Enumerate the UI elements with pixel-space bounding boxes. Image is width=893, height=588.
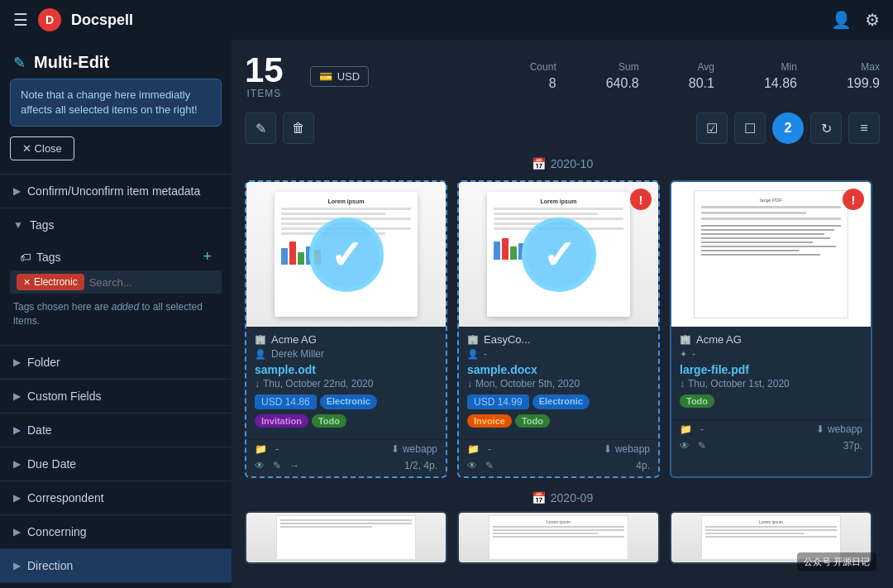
stat-min: Min 14.86 <box>764 61 797 91</box>
tag-electronic[interactable]: Electronic <box>320 394 377 409</box>
max-value: 199.9 <box>847 76 880 91</box>
selected-checkmark-1: ✓ <box>309 218 384 292</box>
mini-card-3[interactable]: Lorem ipsum <box>670 511 872 564</box>
card-pages-3: 37p. <box>843 440 862 452</box>
section-custom-fields-header[interactable]: ▶ Custom Fields <box>0 380 232 413</box>
check-all-button[interactable]: ☑ <box>696 112 728 144</box>
tag-todo-1[interactable]: Todo <box>312 414 346 428</box>
doc-white-line <box>701 212 806 214</box>
app-logo: D <box>38 8 61 31</box>
section-confirm-header[interactable]: ▶ Confirm/Unconfirm item metadata <box>0 174 232 208</box>
currency-badge[interactable]: 💳 USD <box>310 66 369 87</box>
card-thumbnail-2: Lorem ipsum <box>459 182 658 327</box>
add-tag-button[interactable]: + <box>203 248 212 265</box>
close-button[interactable]: ✕ Close <box>10 136 74 160</box>
refresh-button[interactable]: ↻ <box>810 112 842 144</box>
card-company-2: EasyCo... <box>484 333 530 346</box>
section-due-date: ▶ Due Date <box>0 447 232 480</box>
section-concerning-label: Concerning <box>27 525 87 538</box>
sum-header: Sum <box>606 61 639 73</box>
mini-card-1[interactable] <box>245 511 447 564</box>
section-tags-header[interactable]: ▼ Tags <box>0 208 232 241</box>
card-body-1: 🏢 Acme AG 👤 Derek Miller sample.odt ↓ Th… <box>246 327 446 439</box>
tag-invitation[interactable]: Invitation <box>255 414 308 428</box>
section-direction: ▶ Direction <box>0 548 232 582</box>
card-footer-source-2: ⬇ webapp <box>604 443 650 455</box>
settings-icon[interactable]: ⚙ <box>865 10 880 30</box>
calendar-icon-sm-2: ↓ <box>467 378 472 390</box>
section-folder-header[interactable]: ▶ Folder <box>0 346 232 379</box>
uncheck-all-button[interactable]: ☐ <box>734 112 766 144</box>
tags-note: Tags chosen here are added to all select… <box>10 300 222 335</box>
currency-icon: 💳 <box>319 70 332 83</box>
source-label-1: webapp <box>403 443 437 455</box>
chart-bar <box>281 248 288 265</box>
chevron-right-icon-7: ▶ <box>13 526 21 538</box>
doc-text-line <box>701 254 820 256</box>
tag-invoice[interactable]: Invoice <box>467 414 512 428</box>
doc-text-line <box>701 246 836 247</box>
doc-line <box>494 208 624 210</box>
delete-button[interactable]: 🗑 <box>283 112 314 144</box>
user-icon[interactable]: 👤 <box>831 10 852 30</box>
building-icon: 🏢 <box>255 334 266 345</box>
eye-icon-2[interactable]: 👁 <box>467 460 477 471</box>
pencil-icon-3[interactable]: ✎ <box>698 440 706 452</box>
eye-icon-1[interactable]: 👁 <box>255 460 265 471</box>
electronic-tag-chip[interactable]: ✕ Electronic <box>17 274 84 290</box>
tag-todo-2[interactable]: Todo <box>515 414 550 428</box>
card-footer-actions-2: 👁 ✎ 4p. <box>459 460 658 476</box>
card-filename-2[interactable]: sample.docx <box>467 363 650 376</box>
section-name-header[interactable]: ▶ Name <box>0 583 232 588</box>
chevron-right-icon-2: ▶ <box>13 356 21 368</box>
stat-count: Count 8 <box>530 61 556 91</box>
chevron-right-icon: ▶ <box>13 185 21 197</box>
card-filename-3[interactable]: large-file.pdf <box>680 363 862 376</box>
card-tags-row2-2: Invoice Todo <box>467 414 650 428</box>
pencil-icon-2[interactable]: ✎ <box>485 460 494 471</box>
tag-electronic-2[interactable]: Electronic <box>532 394 590 409</box>
mini-line <box>705 526 837 528</box>
section-concerning-header[interactable]: ▶ Concerning <box>0 515 232 548</box>
section-confirm-label: Confirm/Unconfirm item metadata <box>27 184 200 198</box>
card-sample-odt[interactable]: Lorem ipsum <box>245 180 447 478</box>
eye-icon-3[interactable]: 👁 <box>680 440 690 452</box>
count-header: Count <box>530 61 556 73</box>
section-custom-fields-label: Custom Fields <box>27 390 101 403</box>
alert-badge-2: ! <box>630 189 652 210</box>
mini-line <box>280 519 412 521</box>
calendar-icon-sm: ↓ <box>255 378 260 390</box>
section-date-header[interactable]: ▶ Date <box>0 414 232 447</box>
calendar-icon-sm-3: ↓ <box>680 378 685 390</box>
section-date-label: Date <box>27 423 52 437</box>
section-tags: ▼ Tags 🏷 Tags + ✕ Electronic ▼ <box>0 208 232 345</box>
section-correspondent-header[interactable]: ▶ Correspondent <box>0 481 232 514</box>
card-filename-1[interactable]: sample.odt <box>255 363 437 376</box>
card-footer-icons-3: 📁 - <box>680 423 704 435</box>
mini-card-2[interactable]: Lorem ipsum <box>457 511 660 564</box>
edit-button[interactable]: ✎ <box>245 112 276 144</box>
date-group-2020-10: 📅 2020-10 <box>245 157 880 170</box>
card-sample-docx[interactable]: Lorem ipsum <box>457 180 660 478</box>
card-company-3: Acme AG <box>696 333 742 346</box>
stats-columns: Count 8 Sum 640.8 Avg 80.1 Min 14.86 Max <box>530 61 880 91</box>
card-company-row-3: 🏢 Acme AG <box>680 333 862 346</box>
menu-icon[interactable]: ☰ <box>13 10 28 30</box>
tag-todo-3[interactable]: Todo <box>680 394 714 408</box>
doc-preview-title-2: Lorem ipsum <box>494 198 624 204</box>
arrow-icon-1[interactable]: → <box>289 460 299 471</box>
tag-chip-x[interactable]: ✕ <box>23 277 31 288</box>
tags-search-input[interactable] <box>89 276 228 289</box>
doc-line <box>494 213 598 215</box>
section-folder-label: Folder <box>27 356 60 369</box>
card-company-1: Acme AG <box>271 333 317 346</box>
section-direction-header[interactable]: ▶ Direction <box>0 549 232 582</box>
pencil-icon-1[interactable]: ✎ <box>273 460 281 471</box>
sidebar: ✎ Multi-Edit Note that a change here imm… <box>0 40 232 588</box>
card-large-pdf[interactable]: large PDF <box>670 180 872 478</box>
list-view-button[interactable]: ≡ <box>848 112 880 144</box>
tags-content: 🏷 Tags + ✕ Electronic ▼ Tags chosen here… <box>0 241 232 345</box>
card-footer-icons-1: 📁 - <box>255 443 279 455</box>
section-due-date-header[interactable]: ▶ Due Date <box>0 447 232 480</box>
mini-line <box>705 529 837 531</box>
